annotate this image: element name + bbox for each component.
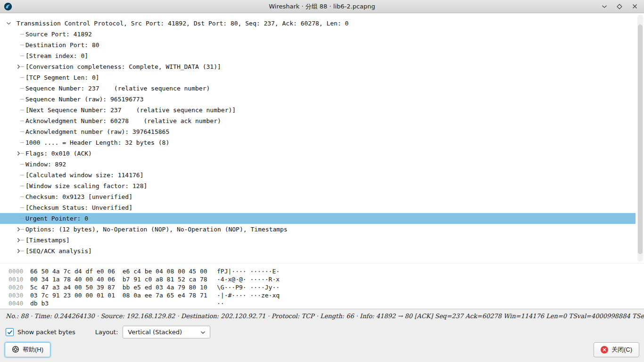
tree-branch-tick	[20, 207, 24, 208]
tree-row[interactable]: Window: 892	[0, 159, 636, 170]
window-title: Wireshark · 分组 88 · lib6-2.pcapng	[0, 2, 644, 11]
tree-row[interactable]: Urgent Pointer: 0	[0, 213, 636, 224]
hex-offset: 0000	[8, 267, 30, 275]
close-window-icon[interactable]	[631, 3, 638, 10]
tree-row-label: [Conversation completeness: Complete, WI…	[25, 63, 221, 70]
hex-offset: 0030	[8, 291, 30, 299]
tree-branch-tick	[20, 218, 24, 219]
hex-ascii: ··	[217, 300, 224, 307]
close-button-label: 关闭(C)	[611, 346, 632, 354]
tree-row[interactable]: [Timestamps]	[0, 235, 636, 246]
tree-row-label: [TCP Segment Len: 0]	[25, 74, 99, 81]
tree-branch-tick	[20, 142, 24, 143]
tree-row[interactable]: Options: (12 bytes), No-Operation (NOP),…	[0, 224, 636, 235]
tree-row-label: [Calculated window size: 114176]	[25, 172, 143, 179]
tree-row-label: [Next Sequence Number: 237 (relative seq…	[25, 107, 236, 114]
hex-row[interactable]: 000066 50 4a 7c d4 df e0 06 e6 c4 be 04 …	[8, 267, 644, 275]
hex-row[interactable]: 00205c 47 a3 a4 00 50 39 87 bb e5 ed 03 …	[8, 283, 644, 291]
packet-tree: Transmission Control Protocol, Src Port:…	[0, 13, 644, 263]
tree-row-label: Sequence Number (raw): 965196773	[25, 96, 143, 103]
tree-branch-tick	[20, 153, 24, 154]
tree-row-label: Destination Port: 80	[25, 41, 99, 49]
packet-detail-dialog: Wireshark · 分组 88 · lib6-2.pcapng Transm…	[0, 0, 644, 362]
tree-row[interactable]: [Conversation completeness: Complete, WI…	[0, 61, 636, 72]
tree-row-label: Transmission Control Protocol, Src Port:…	[17, 20, 348, 27]
hex-row[interactable]: 0040db b3··	[8, 299, 644, 307]
tree-branch-tick	[20, 175, 24, 175]
titlebar: Wireshark · 分组 88 · lib6-2.pcapng	[0, 0, 644, 13]
tree-row-label: [Timestamps]	[25, 237, 70, 244]
hex-offset: 0020	[8, 283, 30, 291]
chevron-right-icon[interactable]	[17, 224, 20, 235]
close-icon	[601, 346, 608, 354]
tree-row-label: Sequence Number: 237 (relative sequence …	[25, 85, 210, 92]
button-row: 帮助(H) 关闭(C)	[0, 342, 644, 357]
window-controls	[601, 3, 644, 10]
tree-row[interactable]: Acknowledgment Number: 60278 (relative a…	[0, 115, 636, 126]
show-packet-bytes-label[interactable]: Show packet bytes	[17, 329, 75, 336]
packet-bytes-pane: 000066 50 4a 7c d4 df e0 06 e6 c4 be 04 …	[0, 263, 644, 309]
chevron-right-icon[interactable]	[17, 246, 20, 256]
tree-row-label: Acknowledgment Number: 60278 (relative a…	[25, 117, 221, 124]
chevron-right-icon[interactable]	[17, 148, 20, 159]
chevron-right-icon[interactable]	[17, 235, 20, 246]
tree-branch-tick	[20, 77, 24, 78]
show-packet-bytes-checkbox[interactable]	[6, 328, 14, 336]
hex-bytes: 66 50 4a 7c d4 df e0 06 e6 c4 be 04 08 0…	[30, 267, 217, 275]
hex-row[interactable]: 003003 7c 91 23 00 00 01 01 08 0a ee 7a …	[8, 291, 644, 299]
tree-row[interactable]: 1000 .... = Header Length: 32 bytes (8)	[0, 137, 636, 148]
chevron-right-icon[interactable]	[17, 61, 20, 72]
tree-scrollbar[interactable]	[637, 15, 643, 262]
tree-row-label: Options: (12 bytes), No-Operation (NOP),…	[25, 226, 288, 233]
scrollbar-thumb[interactable]	[638, 25, 643, 254]
minimize-icon[interactable]	[601, 3, 608, 10]
wireshark-logo-icon	[4, 2, 12, 11]
layout-label: Layout:	[95, 329, 118, 336]
tree-branch-tick	[20, 34, 24, 34]
hex-offset: 0010	[8, 275, 30, 283]
tree-row-label: Checksum: 0x9123 [unverified]	[25, 193, 132, 200]
hex-ascii: fPJ|···· ······E·	[217, 268, 280, 275]
hex-row[interactable]: 001000 34 1a 78 40 00 40 06 b7 91 c0 a8 …	[8, 275, 644, 283]
hex-offset: 0040	[8, 299, 30, 307]
tree-row-root[interactable]: Transmission Control Protocol, Src Port:…	[0, 18, 636, 29]
hex-ascii: \G···P9· ····Jy··	[217, 284, 280, 291]
tree-branch-tick	[20, 45, 24, 45]
maximize-icon[interactable]	[616, 3, 623, 10]
tree-row[interactable]: Acknowledgment number (raw): 3976415865	[0, 126, 636, 137]
dialog-footer: No.: 88 · Time: 0.244264130 · Source: 19…	[0, 309, 644, 362]
tree-row-label: Acknowledgment number (raw): 3976415865	[25, 128, 169, 135]
tree-row[interactable]: [Calculated window size: 114176]	[0, 170, 636, 181]
tree-row[interactable]: [Checksum Status: Unverified]	[0, 202, 636, 213]
tree-branch-tick	[20, 110, 24, 110]
tree-row[interactable]: [Stream index: 0]	[0, 50, 636, 61]
chevron-down-icon[interactable]	[6, 18, 11, 29]
close-button[interactable]: 关闭(C)	[594, 342, 639, 357]
tree-row[interactable]: [Window size scaling factor: 128]	[0, 181, 636, 191]
layout-select-value: Vertical (Stacked)	[128, 329, 182, 336]
tree-row[interactable]: Flags: 0x010 (ACK)	[0, 148, 636, 159]
tree-branch-tick	[20, 132, 24, 132]
tree-row[interactable]: Sequence Number (raw): 965196773	[0, 94, 636, 105]
packet-detail-pane: Transmission Control Protocol, Src Port:…	[0, 13, 644, 263]
hex-ascii: ·4·x@·@· ·····R·x	[217, 276, 280, 283]
tree-branch-tick	[20, 186, 24, 186]
tree-row[interactable]: Sequence Number: 237 (relative sequence …	[0, 83, 636, 94]
tree-row[interactable]: Destination Port: 80	[0, 40, 636, 50]
tree-branch-tick	[20, 251, 24, 251]
tree-row[interactable]: [TCP Segment Len: 0]	[0, 72, 636, 83]
help-button[interactable]: 帮助(H)	[5, 342, 50, 357]
tree-row-label: [SEQ/ACK analysis]	[25, 247, 92, 255]
tree-row[interactable]: [Next Sequence Number: 237 (relative seq…	[0, 105, 636, 115]
layout-select[interactable]: Vertical (Stacked)	[123, 326, 210, 338]
tree-row[interactable]: Source Port: 41892	[0, 29, 636, 40]
tree-row[interactable]: [SEQ/ACK analysis]	[0, 246, 636, 256]
tree-row[interactable]: Checksum: 0x9123 [unverified]	[0, 191, 636, 202]
tree-row-label: Urgent Pointer: 0	[25, 215, 88, 222]
tree-branch-tick	[20, 121, 24, 121]
tree-branch-tick	[20, 66, 24, 67]
tree-row-label: Flags: 0x010 (ACK)	[25, 150, 92, 157]
hex-ascii: ·|·#···· ···ze·xq	[217, 292, 280, 299]
hex-bytes: 03 7c 91 23 00 00 01 01 08 0a ee 7a 65 e…	[30, 291, 217, 299]
tree-branch-tick	[20, 56, 24, 56]
